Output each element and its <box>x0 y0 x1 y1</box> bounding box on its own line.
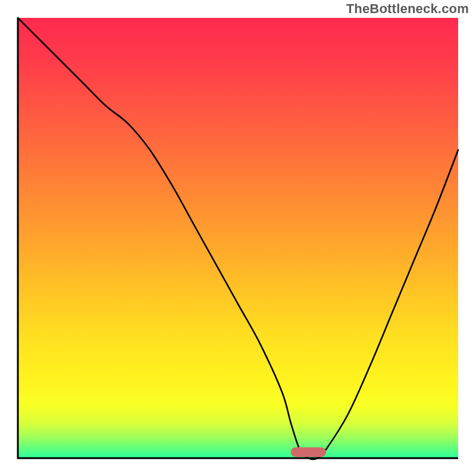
optimum-marker <box>291 447 326 457</box>
chart-svg <box>0 0 476 476</box>
bottleneck-chart: TheBottleneck.com <box>0 0 476 476</box>
watermark-label: TheBottleneck.com <box>346 1 469 17</box>
